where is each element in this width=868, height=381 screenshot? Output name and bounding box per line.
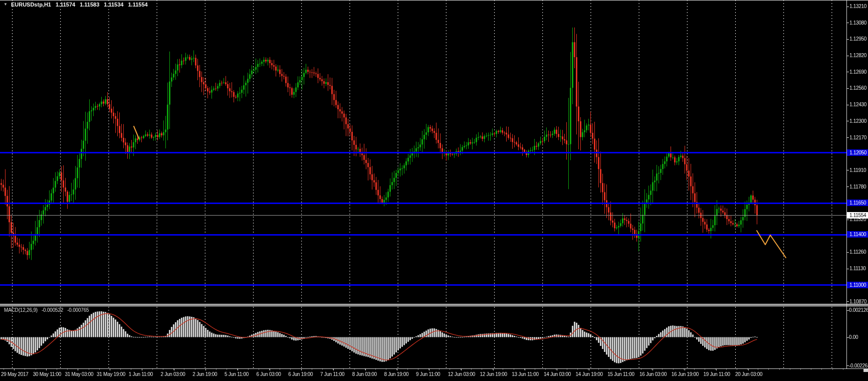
- time-axis-label: 31 May 03:00: [65, 371, 93, 377]
- time-axis-label: 29 May 2017: [1, 371, 29, 377]
- time-axis-label: 5 Jun 11:00: [225, 371, 249, 377]
- level-price-tag: 1.12050: [847, 149, 868, 156]
- current-price-tag: 1.11554: [847, 212, 868, 219]
- time-axis-label: 20 Jun 03:00: [735, 371, 762, 377]
- macd-name: MACD(12,26,9): [4, 307, 38, 313]
- price-axis-label: 1.12690: [849, 69, 866, 75]
- price-axis-label: 1.12950: [849, 36, 866, 42]
- time-axis-label: 8 Jun 03:00: [352, 371, 377, 377]
- time-axis-label: 14 Jun 19:00: [576, 371, 603, 377]
- time-axis-label: 6 Jun 19:00: [288, 371, 313, 377]
- time-axis-label: 15 Jun 11:00: [607, 371, 634, 377]
- time-axis-label: 12 Jun 03:00: [448, 371, 475, 377]
- time-axis-label: 31 May 19:00: [97, 371, 125, 377]
- price-axis-label: 1.12170: [849, 135, 866, 140]
- price-axis-label: 1.12820: [849, 53, 866, 58]
- macd-axis-label: 0.00: [849, 334, 858, 340]
- price-axis-label: 1.11910: [849, 167, 866, 173]
- macd-axis-label: 0.002126: [849, 307, 868, 313]
- time-axis-label: 14 Jun 03:00: [544, 371, 571, 377]
- high-value: 1.11583: [80, 2, 99, 8]
- time-axis-label: 8 Jun 19:00: [384, 371, 408, 377]
- symbol-period-label: EURUSDstp,H1: [11, 2, 51, 8]
- low-value: 1.11534: [104, 2, 123, 8]
- time-axis-label: 19 Jun 11:00: [703, 371, 730, 377]
- time-axis-label: 2 Jun 03:00: [161, 371, 185, 377]
- time-axis-label: 12 Jun 19:00: [480, 371, 507, 377]
- price-axis-label: 1.13210: [849, 4, 866, 9]
- price-axis-label: 1.12430: [849, 102, 866, 107]
- level-price-tag: 1.11650: [847, 200, 868, 206]
- time-axis-label: 16 Jun 19:00: [672, 371, 699, 377]
- price-axis-label: 1.10870: [849, 299, 866, 304]
- time-axis-label: 1 Jun 11:00: [129, 371, 153, 377]
- open-value: 1.11574: [56, 2, 75, 8]
- macd-signal-value: -0.000765: [67, 307, 89, 313]
- chart-title: ▼EURUSDstp,H11.115741.115831.115341.1155…: [4, 2, 148, 8]
- time-axis-label: 7 Jun 11:00: [320, 371, 344, 377]
- price-axis-label: 1.11260: [849, 249, 866, 255]
- level-price-tag: 1.11400: [847, 231, 868, 238]
- chart-canvas[interactable]: [0, 0, 868, 381]
- price-axis-label: 1.12300: [849, 118, 866, 124]
- mt4-chart-window: ▼EURUSDstp,H11.115741.115831.115341.1155…: [0, 0, 868, 381]
- time-axis-label: 9 Jun 11:00: [416, 371, 440, 377]
- time-axis-label: 2 Jun 19:00: [192, 371, 217, 377]
- time-axis-label: 16 Jun 03:00: [639, 371, 667, 377]
- time-axis-label: 30 May 11:00: [33, 371, 61, 377]
- axis-corner: [863, 369, 868, 372]
- symbol-dropdown-icon[interactable]: ▼: [4, 2, 8, 7]
- macd-axis-label: -0.002261: [849, 363, 868, 368]
- level-price-tag: 1.11000: [847, 282, 868, 288]
- price-axis-label: 1.11130: [849, 266, 866, 271]
- price-axis-label: 1.11780: [849, 184, 866, 189]
- time-axis-label: 13 Jun 11:00: [512, 371, 539, 377]
- time-axis-label: 6 Jun 03:00: [257, 371, 281, 377]
- price-axis-label: 1.12560: [849, 85, 866, 91]
- close-value: 1.11554: [128, 2, 147, 8]
- macd-indicator-label: MACD(12,26,9)-0.000522-0.000765: [4, 307, 93, 313]
- macd-value: -0.000522: [42, 307, 63, 313]
- price-axis-label: 1.13080: [849, 20, 866, 26]
